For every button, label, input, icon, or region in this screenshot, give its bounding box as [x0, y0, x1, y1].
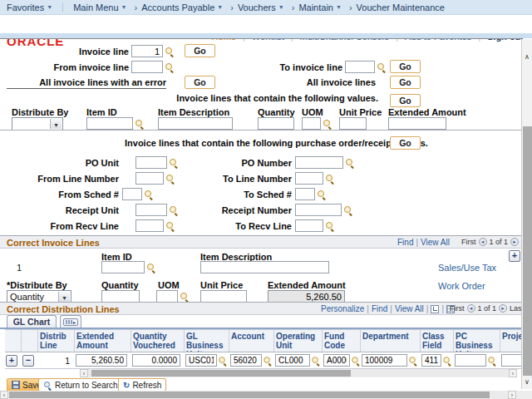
from-sched-lookup-icon[interactable] — [144, 190, 154, 200]
window-horizontal-scrollbar[interactable]: ‹ › — [0, 391, 517, 399]
po-unit-input[interactable] — [135, 156, 167, 169]
grid-scrollbar-thumb[interactable] — [91, 370, 351, 377]
line-item-description-input[interactable] — [200, 261, 329, 273]
item-description-filter-input[interactable] — [158, 117, 233, 130]
row-operating-unit-input[interactable] — [275, 354, 310, 367]
return-to-search-button[interactable]: Return to Search — [38, 378, 123, 392]
class-field-lookup-icon[interactable] — [442, 356, 451, 365]
row-gl-business-unit-input[interactable] — [185, 354, 217, 367]
scroll-left-icon[interactable]: ‹ — [0, 391, 8, 399]
vertical-scrollbar[interactable]: ∧ ∨ — [521, 39, 532, 389]
dropdown-arrow-icon[interactable] — [50, 119, 62, 129]
invoice-line-lookup-icon[interactable] — [165, 47, 175, 57]
line-unit-price-input[interactable] — [200, 290, 247, 303]
row-quantity-vouchered-input[interactable] — [132, 354, 180, 367]
line-item-id-lookup-icon[interactable] — [146, 263, 156, 273]
row-class-field-input[interactable] — [421, 354, 441, 367]
vertical-scrollbar-thumb[interactable] — [523, 126, 532, 376]
sales-use-tax-link[interactable]: Sales/Use Tax — [438, 263, 496, 273]
distribute-by-select[interactable] — [12, 117, 63, 131]
tab-show-all-columns[interactable] — [60, 315, 81, 328]
receipt-number-input[interactable] — [295, 204, 342, 216]
go-button-all-error[interactable]: Go — [185, 76, 215, 89]
unit-price-filter-input[interactable] — [339, 117, 367, 130]
operating-unit-lookup-icon[interactable] — [311, 356, 320, 365]
row-department-input[interactable] — [362, 354, 407, 367]
from-recv-line-lookup-icon[interactable] — [165, 221, 175, 231]
to-line-number-lookup-icon[interactable] — [325, 174, 335, 184]
row-pc-business-unit-input[interactable] — [455, 354, 486, 367]
to-sched-lookup-icon[interactable] — [317, 190, 327, 200]
line-uom-input[interactable] — [156, 290, 178, 303]
fund-code-lookup-icon[interactable] — [351, 356, 360, 365]
go-button-po[interactable]: Go — [390, 136, 421, 150]
previous-page-icon[interactable] — [479, 238, 487, 246]
from-line-number-lookup-icon[interactable] — [165, 174, 175, 184]
department-lookup-icon[interactable] — [408, 356, 417, 365]
grid-horizontal-scrollbar[interactable]: ‹ › — [80, 369, 517, 377]
breadcrumb-accounts-payable[interactable]: Accounts Payable▼ — [141, 2, 223, 12]
go-button-to-invoice-line[interactable]: Go — [390, 60, 421, 73]
from-recv-line-input[interactable] — [135, 219, 164, 232]
scroll-down-icon[interactable]: ∨ — [522, 377, 532, 387]
po-number-input[interactable] — [295, 156, 343, 169]
delete-row-button[interactable]: − — [22, 355, 34, 367]
account-lookup-icon[interactable] — [263, 356, 272, 365]
add-row-button[interactable]: + — [6, 355, 17, 367]
gl-business-unit-lookup-icon[interactable] — [218, 356, 227, 365]
to-invoice-line-input[interactable] — [345, 61, 375, 73]
go-button-invoice-line[interactable]: Go — [185, 44, 215, 57]
line-quantity-input[interactable] — [101, 290, 140, 303]
row-project-input[interactable] — [501, 354, 521, 367]
po-unit-lookup-icon[interactable] — [169, 158, 179, 168]
row-account-input[interactable] — [230, 354, 262, 367]
go-button-values[interactable]: Go — [390, 94, 421, 107]
receipt-number-lookup-icon[interactable] — [343, 205, 353, 215]
from-invoice-line-lookup-icon[interactable] — [165, 62, 175, 72]
previous-page-icon[interactable] — [467, 304, 475, 313]
invoice-line-input[interactable] — [131, 45, 163, 57]
breadcrumb-main-menu[interactable]: Main Menu▼ — [73, 2, 126, 12]
add-invoice-line-button[interactable]: + — [509, 250, 520, 262]
scroll-up-icon[interactable]: ∧ — [522, 52, 532, 62]
view-all-link[interactable]: View All — [421, 238, 450, 247]
next-page-icon[interactable] — [499, 304, 507, 313]
dropdown-arrow-icon[interactable] — [58, 292, 70, 302]
scroll-right-icon[interactable]: › — [508, 391, 516, 399]
receipt-unit-lookup-icon[interactable] — [169, 205, 179, 215]
breadcrumb-maintain[interactable]: Maintain▼ — [298, 2, 342, 12]
to-sched-input[interactable] — [295, 188, 315, 200]
row-extended-amount-input[interactable] — [76, 354, 127, 367]
find-link[interactable]: Find — [372, 304, 387, 313]
next-page-icon[interactable] — [510, 238, 519, 246]
row-fund-code-input[interactable] — [323, 354, 350, 367]
tab-gl-chart[interactable]: GL Chart — [7, 315, 57, 328]
po-number-lookup-icon[interactable] — [345, 158, 355, 168]
uom-lookup-icon[interactable] — [323, 119, 332, 129]
from-sched-input[interactable] — [122, 188, 142, 200]
receipt-unit-input[interactable] — [135, 204, 167, 216]
to-invoice-line-lookup-icon[interactable] — [377, 62, 387, 72]
to-recv-line-lookup-icon[interactable] — [325, 221, 335, 231]
breadcrumb-favorites[interactable]: Favorites▼ — [7, 2, 52, 12]
quantity-filter-input[interactable] — [258, 117, 294, 130]
pc-business-unit-lookup-icon[interactable] — [487, 356, 496, 365]
to-line-number-input[interactable] — [295, 172, 323, 185]
go-button-all-lines[interactable]: Go — [390, 76, 421, 89]
line-uom-lookup-icon[interactable] — [180, 292, 190, 302]
from-line-number-input[interactable] — [135, 172, 164, 185]
work-order-link[interactable]: Work Order — [438, 281, 485, 291]
scroll-left-icon[interactable]: ‹ — [80, 369, 88, 377]
uom-filter-input[interactable] — [302, 117, 321, 130]
breadcrumb-vouchers[interactable]: Vouchers▼ — [238, 2, 284, 12]
extended-amount-filter-input[interactable] — [388, 117, 446, 130]
window-scrollbar-thumb[interactable] — [9, 392, 490, 398]
view-all-link[interactable]: View All — [395, 304, 424, 313]
refresh-button[interactable]: ↻ Refresh — [118, 378, 166, 392]
scroll-right-icon[interactable]: › — [509, 369, 517, 377]
personalize-link[interactable]: Personalize — [321, 304, 364, 313]
to-recv-line-input[interactable] — [295, 219, 323, 232]
item-id-lookup-icon[interactable] — [135, 119, 145, 129]
zoom-grid-icon[interactable] — [431, 305, 439, 313]
line-item-id-input[interactable] — [101, 261, 145, 273]
